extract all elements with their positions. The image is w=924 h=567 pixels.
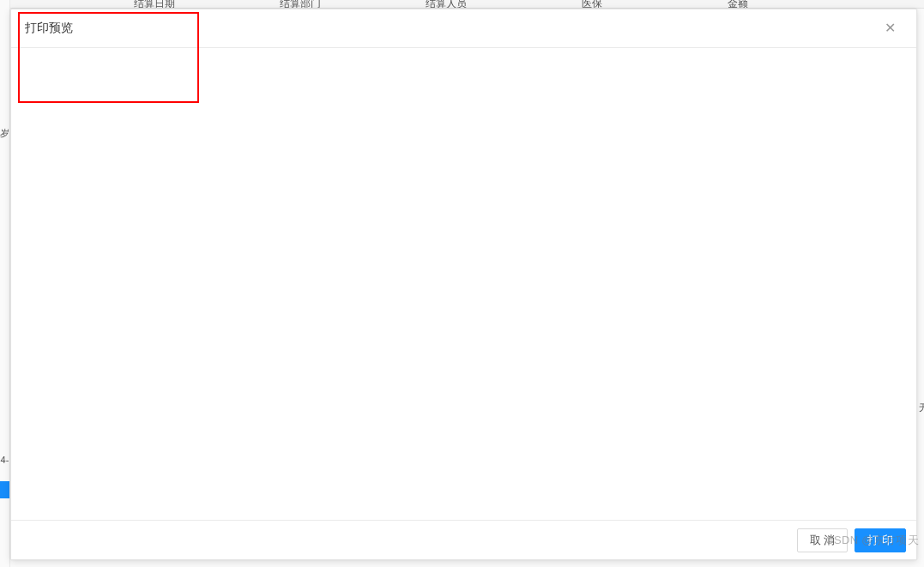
cancel-button[interactable]: 取 消 bbox=[797, 528, 849, 552]
print-preview-modal: 打印预览 ✕ 取 消 打 印 bbox=[10, 9, 917, 560]
modal-body bbox=[11, 48, 916, 520]
modal-header: 打印预览 ✕ bbox=[11, 9, 916, 48]
close-icon[interactable]: ✕ bbox=[877, 15, 903, 41]
modal-title: 打印预览 bbox=[25, 21, 73, 36]
modal-footer: 取 消 打 印 bbox=[11, 520, 916, 559]
print-button[interactable]: 打 印 bbox=[855, 528, 906, 552]
